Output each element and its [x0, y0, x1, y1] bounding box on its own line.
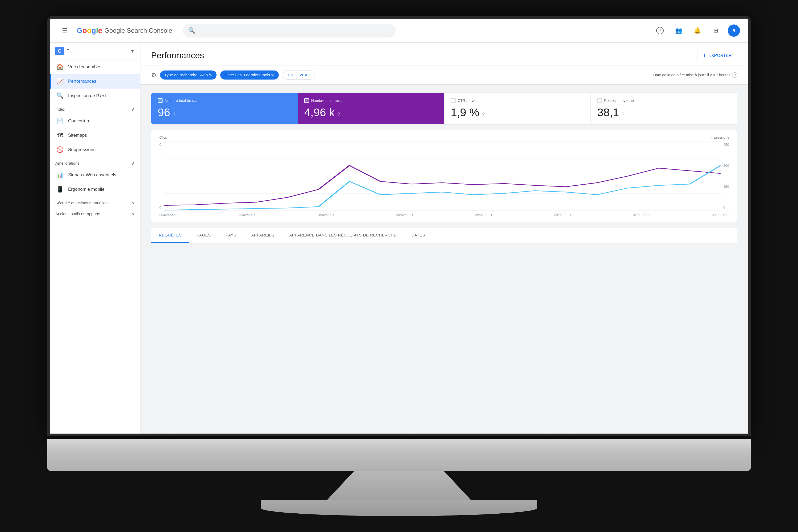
metric-checkbox-impressions[interactable]: ✓ — [304, 98, 309, 103]
anciens-label: Anciens outils et rapports — [55, 211, 100, 216]
menu-button[interactable]: ☰ — [58, 24, 71, 37]
apps-button[interactable]: ⊞ — [709, 24, 722, 37]
metric-checkbox-ctr[interactable] — [451, 98, 456, 103]
help-button[interactable]: ? — [653, 24, 667, 37]
tab-pages[interactable]: PAGES — [189, 228, 218, 243]
x-label-8: 08/03/2021 — [712, 213, 729, 217]
search-bar[interactable]: 🔍 — [183, 24, 396, 38]
metric-card-ctr[interactable]: CTR moyen 1,9 % ? — [444, 93, 591, 124]
logo-g: Google — [77, 26, 102, 35]
tabs-bar: REQUÊTES PAGES PAYS APPAREILS APPARENCE — [151, 228, 737, 243]
metric-card-impressions[interactable]: ✓ Nombre total d'im... 4,96 k ? — [298, 93, 444, 124]
metric-checkbox-position[interactable] — [597, 98, 602, 103]
export-button[interactable]: ⬇ EXPORTER — [697, 50, 737, 61]
metric-help-clics[interactable]: ? — [173, 112, 175, 117]
metric-help-ctr[interactable]: ? — [482, 112, 484, 117]
imac-stand-base — [261, 500, 537, 516]
tab-requetes[interactable]: REQUÊTES — [151, 228, 189, 243]
ameliorations-chevron-icon: ∧ — [132, 161, 135, 166]
tab-apparence[interactable]: APPARENCE DANS LES RÉSULTATS DE RECHERCH… — [282, 228, 404, 243]
mobile-icon: 📱 — [56, 186, 63, 193]
metric-value-impressions: 4,96 k — [304, 106, 335, 119]
date-info: Date de la dernière mise à jour : il y a… — [653, 72, 737, 78]
metric-help-impressions[interactable]: ? — [337, 112, 340, 117]
sidebar-item-suppressions[interactable]: 🚫 Suppressions — [50, 142, 140, 157]
metric-card-position[interactable]: Position moyenne 38,1 ? — [591, 93, 737, 124]
sidebar-label-suppressions: Suppressions — [68, 147, 95, 152]
sidebar-label-vue-ensemble: Vue d'ensemble — [68, 64, 100, 70]
coverage-icon: 📄 — [56, 118, 63, 125]
tabs-section: REQUÊTES PAGES PAYS APPAREILS APPARENCE — [151, 228, 737, 243]
chart-labels: Clics Impressions — [159, 135, 729, 139]
sidebar-item-couverture[interactable]: 📄 Couverture — [50, 114, 140, 128]
sidebar-label-signaux-web: Signaux Web essentiels — [68, 172, 116, 178]
site-name: C... — [66, 49, 128, 54]
main-layout: C C... ▼ 🏠 Vue d'ensemble 📈 Performances… — [50, 42, 748, 434]
x-label-5: 24/02/2021 — [475, 213, 492, 217]
y-axis-right-150: 150 — [723, 185, 729, 189]
chart-left-label: Clics — [159, 135, 167, 139]
y-axis-right-450: 450 — [723, 142, 729, 147]
notifications-button[interactable]: 🔔 — [690, 24, 704, 37]
hamburger-icon: ☰ — [62, 27, 67, 34]
tab-appareils[interactable]: APPAREILS — [244, 228, 282, 243]
sidebar-label-inspection-url: Inspection de l'URL — [68, 93, 107, 98]
sidebar-section-index[interactable]: Index ∧ — [50, 103, 140, 114]
content-area: Performances ⬇ EXPORTER ⚙ Type de recher… — [140, 42, 748, 434]
imac-screen: ☰ Google Google Search Console 🔍 ? 👥 — [48, 16, 750, 436]
filter-chip-date[interactable]: Date: Les 3 derniers mois ✎ — [220, 71, 279, 79]
sidebar-section-ameliorations[interactable]: Améliorations ∧ — [50, 157, 140, 168]
securite-label: Sécurité et actions manuelles — [55, 201, 108, 205]
metric-label-ctr: CTR moyen — [458, 98, 478, 103]
x-label-3: 16/02/2021 — [317, 213, 334, 217]
x-label-1: 08/02/2021 — [159, 213, 177, 217]
metric-help-position[interactable]: ? — [622, 112, 624, 117]
x-label-6: 28/02/2021 — [554, 213, 571, 217]
sidebar-label-couverture: Couverture — [68, 118, 91, 124]
sidebar-item-vue-ensemble[interactable]: 🏠 Vue d'ensemble — [50, 60, 140, 74]
site-selector[interactable]: C C... ▼ — [50, 42, 140, 60]
metric-label-position: Position moyenne — [604, 98, 633, 103]
search-input[interactable] — [198, 28, 390, 33]
sidebar-label-sitemaps: Sitemaps — [68, 133, 87, 138]
sidebar-item-signaux-web[interactable]: 📊 Signaux Web essentiels — [50, 168, 140, 182]
help-icon: ? — [656, 27, 664, 34]
index-section-label: Index — [55, 107, 65, 111]
page-title: Performances — [151, 51, 204, 60]
sidebar-item-inspection-url[interactable]: 🔍 Inspection de l'URL — [50, 89, 140, 103]
app-name: Google Search Console — [104, 27, 172, 34]
metric-value-position: 38,1 — [597, 106, 619, 119]
x-label-4: 20/02/2021 — [396, 213, 413, 217]
tab-pays[interactable]: PAYS — [218, 228, 244, 243]
filter-icon: ⚙ — [151, 72, 156, 78]
accounts-button[interactable]: 👥 — [672, 24, 685, 37]
metrics-section: ✓ Nombre total de c... 96 ? ✓ Nom — [151, 93, 737, 125]
y-axis-right-300: 300 — [723, 164, 729, 168]
date-help-icon[interactable]: ? — [732, 72, 737, 78]
topbar-actions: ? 👥 🔔 ⊞ a — [653, 24, 740, 37]
site-dropdown-icon[interactable]: ▼ — [130, 49, 135, 54]
app-logo: Google Google Search Console — [77, 26, 172, 35]
sidebar-label-performances: Performances — [68, 79, 96, 84]
core-vitals-icon: 📊 — [56, 172, 63, 178]
anciens-chevron-icon: ∨ — [132, 211, 135, 216]
sidebar-section-securite[interactable]: Sécurité et actions manuelles ∨ — [50, 196, 140, 208]
chart-svg — [164, 141, 721, 211]
user-avatar[interactable]: a — [728, 24, 740, 37]
sidebar-item-ergonomie[interactable]: 📱 Ergonomie mobile — [50, 182, 140, 196]
metric-label-impressions: Nombre total d'im... — [311, 98, 343, 103]
filter-chip-search-type[interactable]: Type de recherche: Web ✎ — [160, 71, 216, 79]
sidebar-item-sitemaps[interactable]: 🗺 Sitemaps — [50, 128, 140, 142]
chart-right-label: Impressions — [710, 135, 729, 139]
sidebar-label-ergonomie: Ergonomie mobile — [68, 187, 104, 192]
filter-bar: ⚙ Type de recherche: Web ✎ Date: Les 3 d… — [140, 65, 748, 84]
sitemaps-icon: 🗺 — [56, 132, 63, 139]
sidebar: C C... ▼ 🏠 Vue d'ensemble 📈 Performances… — [50, 42, 140, 434]
sidebar-section-anciens[interactable]: Anciens outils et rapports ∨ — [50, 208, 140, 218]
sidebar-item-performances[interactable]: 📈 Performances — [50, 74, 140, 89]
add-filter-button[interactable]: + NOUVEAU — [283, 70, 315, 79]
y-axis-left-top: 0 — [159, 142, 161, 147]
metric-card-clics[interactable]: ✓ Nombre total de c... 96 ? — [151, 93, 298, 124]
tab-dates[interactable]: DATES — [404, 228, 433, 243]
metric-checkbox-clics[interactable]: ✓ — [158, 98, 163, 103]
